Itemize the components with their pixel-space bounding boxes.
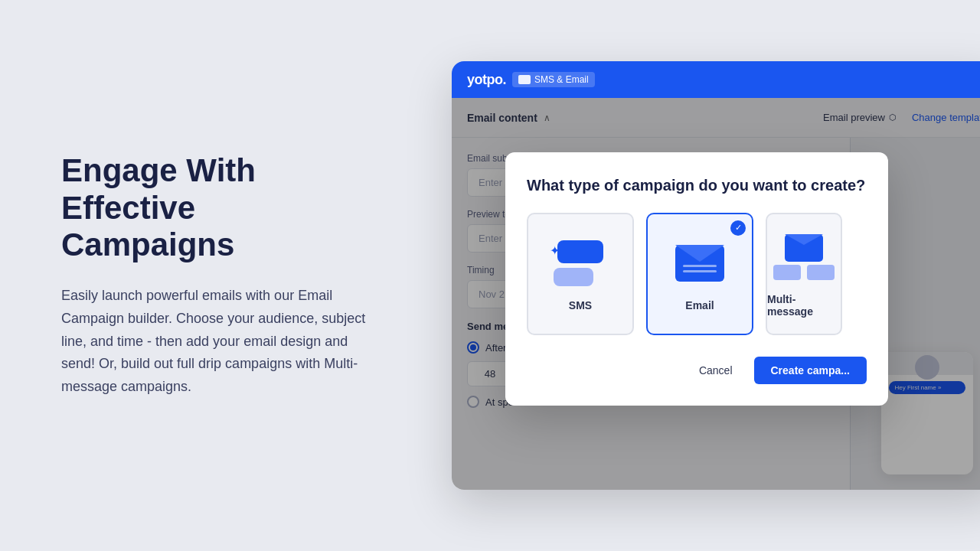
browser-window: yotpo. SMS & Email Email content ∧ Email… [452,61,980,490]
envelope-flap [675,245,724,262]
badge-text: SMS & Email [534,74,589,85]
multi-envelope [785,234,823,262]
campaign-options: ✦ SMS ✓ [527,213,867,335]
multi-envelope-flap [785,234,823,245]
env-line-1 [683,265,717,267]
email-campaign-card[interactable]: ✓ [646,213,753,335]
envelope-lines [683,265,717,276]
browser-topbar: yotpo. SMS & Email [452,61,980,98]
browser-content: Email content ∧ Email preview ⬡ Change t… [452,98,980,490]
brand-name: yotpo. [467,72,506,88]
sms-icon-area: ✦ [550,236,611,290]
email-icon-area [669,236,730,290]
create-campaign-button[interactable]: Create campa... [754,357,867,384]
campaign-type-modal: What type of campaign do you want to cre… [505,152,888,406]
sms-bubble-sub [554,268,593,286]
multi-message-campaign-card[interactable]: Multi-message [766,213,842,335]
multi-box-2 [807,265,835,280]
modal-actions: Cancel Create campa... [527,357,867,384]
sms-card-label: SMS [569,299,592,311]
sms-campaign-card[interactable]: ✦ SMS [527,213,634,335]
modal-overlay: What type of campaign do you want to cre… [452,98,980,490]
selected-check-badge: ✓ [730,220,746,236]
hero-description: Easily launch powerful emails with our E… [61,285,368,398]
env-line-2 [683,270,717,272]
yotpo-logo: yotpo. SMS & Email [467,72,595,88]
multi-box-1 [773,265,801,280]
multi-icon-area [773,230,835,284]
email-icon [673,240,727,286]
modal-title: What type of campaign do you want to cre… [527,177,867,194]
sms-icon: ✦ [550,240,611,286]
hero-title: Engage With Effective Campaigns [61,152,368,263]
multi-icon [773,234,835,280]
sms-email-badge: SMS & Email [512,72,595,87]
cancel-button[interactable]: Cancel [687,357,745,384]
email-card-label: Email [685,299,714,311]
multi-card-label: Multi-message [767,293,841,318]
sms-email-icon [518,75,531,84]
sms-bubble-main [557,240,603,263]
left-section: Engage With Effective Campaigns Easily l… [0,106,413,444]
envelope [675,245,724,282]
